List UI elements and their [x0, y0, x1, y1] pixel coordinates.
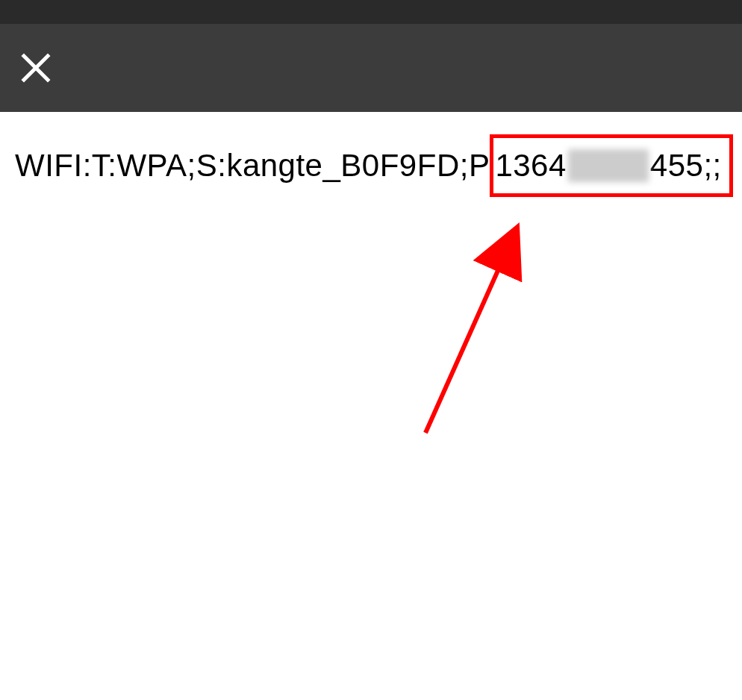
wifi-password-start: 1364 — [495, 148, 566, 184]
svg-line-3 — [425, 239, 512, 433]
close-icon — [18, 50, 54, 86]
wifi-prefix-text: WIFI:T:WPA;S:kangte_B0F9FD;P — [15, 148, 490, 184]
arrow-annotation — [418, 216, 545, 451]
header-bar — [0, 24, 742, 112]
status-bar — [0, 0, 742, 24]
close-button[interactable] — [15, 47, 57, 89]
highlight-annotation: 1364455;; — [490, 134, 732, 197]
wifi-password-end: 455;; — [650, 148, 722, 184]
content-area: WIFI:T:WPA;S:kangte_B0F9FD;P 1364455;; — [0, 112, 742, 219]
redacted-blur — [568, 149, 649, 182]
wifi-text-line: WIFI:T:WPA;S:kangte_B0F9FD;P 1364455;; — [15, 134, 733, 197]
